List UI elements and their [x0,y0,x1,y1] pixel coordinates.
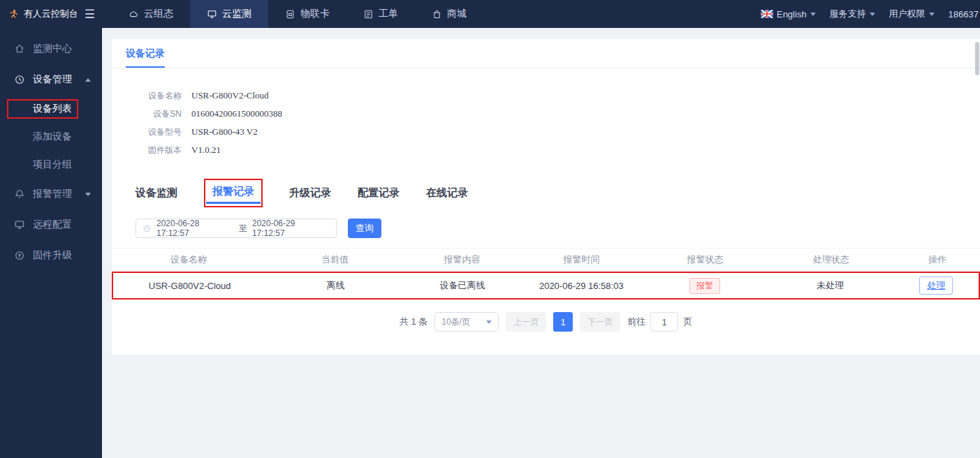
device-name-label: 设备名称 [137,90,182,102]
clock-icon [14,74,25,85]
tab-online-record[interactable]: 在线记录 [426,186,468,207]
cell-current-value: 离线 [266,279,404,292]
sidebar-subitem-label: 项目分组 [33,158,72,171]
sidebar-item-label: 报警管理 [33,188,72,200]
alarm-status-badge: 报警 [689,278,720,294]
support-label: 服务支持 [830,8,866,20]
device-name-value: USR-G800V2-Cloud [191,90,269,101]
cell-action: 处理 [894,276,979,295]
nav-iot-card[interactable]: 物联卡 [268,0,346,28]
card-header: 设备记录 [112,39,980,68]
nav-cloud-monitor[interactable]: 云监测 [190,0,268,28]
page-number-1[interactable]: 1 [553,312,573,332]
sidebar-item-alarm-management[interactable]: 报警管理 [0,179,102,209]
user-permission-menu[interactable]: 用户权限 [889,8,935,20]
record-tabs: 设备监测 报警记录 升级记录 配置记录 在线记录 [112,179,980,207]
col-action: 操作 [895,253,980,266]
goto-page-input[interactable] [650,312,678,332]
scrollbar-thumb[interactable] [975,42,979,75]
sidebar-item-label: 监测中心 [33,43,72,55]
language-switcher[interactable]: English [761,9,816,20]
col-device-name: 设备名称 [112,253,265,266]
sidebar-item-remote-config[interactable]: 远程配置 [0,209,102,240]
monitor-icon [207,9,217,20]
vertical-scrollbar[interactable] [974,28,980,458]
usr-logo-icon [8,7,19,21]
nav-label: 物联卡 [300,8,330,20]
brand-title: 有人云控制台 [24,8,78,20]
topbar-right: English 服务支持 用户权限 186637 [761,0,980,28]
sidebar-subitem-label: 设备列表 [33,103,72,115]
work-order-icon [363,9,374,20]
goto-suffix: 页 [683,316,692,328]
device-model-label: 设备型号 [137,126,182,138]
flag-icon [761,10,773,18]
tab-config-record[interactable]: 配置记录 [358,186,400,207]
cell-alarm-content: 设备已离线 [405,279,520,292]
sidebar-item-label: 设备管理 [33,73,72,86]
info-row: 设备型号 USR-G800-43 V2 [137,123,980,141]
date-end: 2020-06-29 17:12:57 [252,219,330,238]
next-page-button[interactable]: 下一页 [580,312,620,332]
cell-alarm-status: 报警 [643,278,766,294]
sidebar-subitem-label: 添加设备 [33,131,72,143]
date-range-picker[interactable]: 2020-06-28 17:12:57 至 2020-06-29 17:12:5… [136,219,337,238]
tab-device-monitor[interactable]: 设备监测 [136,186,177,207]
brand[interactable]: 有人云控制台 ☰ [0,0,102,28]
shopping-bag-icon [432,9,442,20]
alarm-table: 设备名称 当前值 报警内容 报警时间 报警状态 处理状态 操作 USR-G800… [112,248,980,300]
chevron-down-icon [486,320,492,324]
cell-alarm-time: 2020-06-29 16:58:03 [520,281,643,291]
col-handle-status: 处理状态 [767,253,895,266]
tab-alarm-record[interactable]: 报警记录 [204,179,263,207]
nav-label: 云组态 [144,8,173,20]
nav-label: 工单 [379,8,398,20]
nav-work-order[interactable]: 工单 [346,0,415,28]
prev-page-button[interactable]: 上一页 [506,312,546,332]
info-row: 固件版本 V1.0.21 [137,141,980,159]
sim-card-icon [285,9,295,20]
col-current-value: 当前值 [265,253,404,266]
tab-upgrade-record[interactable]: 升级记录 [289,186,331,207]
sidebar-item-device-management[interactable]: 设备管理 [0,64,102,95]
page-size-select[interactable]: 10条/页 [434,312,499,332]
chevron-down-icon [870,13,875,16]
sidebar-item-firmware-upgrade[interactable]: 固件升级 [0,240,102,271]
sidebar-item-label: 远程配置 [33,219,72,231]
sidebar-subitem-device-list[interactable]: 设备列表 [0,95,102,123]
account-menu[interactable]: 186637 [949,9,979,20]
info-row: 设备名称 USR-G800V2-Cloud [137,87,980,105]
home-icon [14,43,25,54]
sidebar-item-monitor-center[interactable]: 监测中心 [0,34,102,64]
sidebar: 监测中心 设备管理 设备列表 添加设备 项目分组 报警管理 远程配置 固件升级 [0,28,102,458]
page-size-value: 10条/页 [441,316,470,328]
col-alarm-status: 报警状态 [643,253,768,266]
firmware-version-label: 固件版本 [137,145,182,156]
chevron-down-icon [85,193,91,196]
chevron-down-icon [929,13,935,16]
sidebar-item-label: 固件升级 [33,249,72,262]
firmware-version-value: V1.0.21 [191,145,221,156]
tab-device-record[interactable]: 设备记录 [126,47,165,68]
remote-monitor-icon [14,219,25,230]
date-separator: 至 [239,223,247,235]
goto-prefix: 前往 [627,316,645,328]
nav-label: 商城 [447,8,467,20]
filter-bar: 2020-06-28 17:12:57 至 2020-06-29 17:12:5… [112,219,980,238]
menu-toggle-icon[interactable]: ☰ [85,8,95,20]
date-start: 2020-06-28 17:12:57 [156,219,234,238]
sidebar-subitem-add-device[interactable]: 添加设备 [0,123,102,151]
search-button[interactable]: 查询 [348,219,381,238]
clock-icon [142,224,152,233]
nav-cloud-scada[interactable]: 云组态 [112,0,190,28]
col-alarm-time: 报警时间 [520,253,643,266]
handle-action-link[interactable]: 处理 [919,276,953,295]
table-row: USR-G800V2-Cloud 离线 设备已离线 2020-06-29 16:… [112,272,980,300]
info-row: 设备SN 01600420061500000388 [137,105,980,123]
nav-mall[interactable]: 商城 [415,0,483,28]
chevron-down-icon [810,13,816,16]
cell-device-name: USR-G800V2-Cloud [113,281,266,291]
service-support-menu[interactable]: 服务支持 [830,8,875,20]
sidebar-subitem-project-group[interactable]: 项目分组 [0,151,102,179]
goto-page: 前往 页 [627,312,692,332]
